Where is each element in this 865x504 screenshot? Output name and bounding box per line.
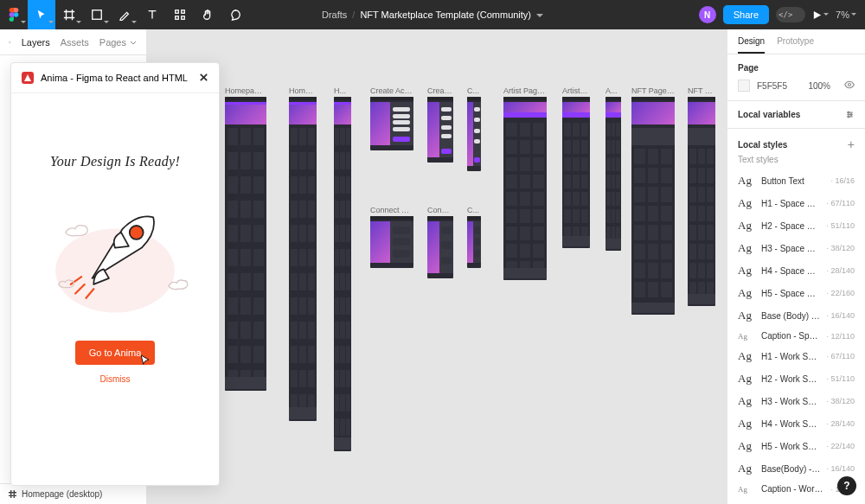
share-button[interactable]: Share — [723, 5, 769, 24]
frame-label[interactable]: Create Accou... — [370, 86, 413, 95]
frame-label[interactable]: NFT Page (De... — [631, 86, 675, 95]
color-swatch[interactable] — [738, 80, 750, 92]
text-style-item[interactable]: AgBody Text- Work Sans · 22/160 — [738, 498, 855, 504]
frame-ca1[interactable]: Create Accou... — [370, 86, 413, 150]
frame-label[interactable]: Artist Pa... — [562, 86, 590, 95]
visibility-icon[interactable] — [844, 80, 855, 92]
text-style-item[interactable]: AgH3 - Space Mono · 38/120 — [738, 237, 855, 259]
shape-tool-button[interactable] — [83, 0, 111, 29]
text-style-meta: · 67/110 — [826, 352, 855, 360]
frame-label[interactable]: C... — [467, 86, 481, 95]
ag-preview-icon: Ag — [738, 286, 755, 300]
frame-ap2[interactable]: Artist Pa... — [562, 86, 590, 248]
text-style-item[interactable]: AgH4 - Space Mono · 28/140 — [738, 259, 855, 282]
go-to-anima-button[interactable]: Go to Anima — [75, 341, 156, 365]
present-button[interactable] — [812, 10, 829, 20]
text-style-item[interactable]: AgH5 - Work Sans · 22/140 — [738, 435, 855, 457]
dismiss-button[interactable]: Dismiss — [95, 373, 136, 385]
file-menu-chevron-icon[interactable] — [536, 12, 543, 19]
text-tool-button[interactable] — [138, 0, 166, 29]
canvas[interactable]: Homepage (d...Homepag...H...Create Accou… — [147, 29, 727, 504]
svg-point-6 — [9, 41, 10, 42]
frame-label[interactable]: C... — [467, 206, 481, 214]
frame-ap1[interactable]: Artist Page (D... — [503, 86, 547, 280]
breadcrumb-root[interactable]: Drafts — [322, 10, 347, 20]
frame-tool-button[interactable] — [55, 0, 83, 29]
text-style-name: H5 - Space Mono — [761, 289, 820, 298]
selected-frame-footer[interactable]: Homepage (desktop) — [0, 483, 146, 504]
frame-np2[interactable]: NFT Pa... — [688, 86, 715, 306]
text-style-item[interactable]: AgCaption - Space Mono · 12/110 — [738, 327, 855, 345]
text-style-name: H5 - Work Sans — [761, 442, 820, 451]
resources-button[interactable] — [166, 0, 194, 29]
text-style-name: H4 - Space Mono — [761, 266, 820, 276]
dev-mode-toggle[interactable]: </> — [776, 7, 805, 22]
frame-ap3[interactable]: A... — [606, 86, 621, 251]
frame-cw3[interactable]: C... — [467, 206, 481, 268]
frame-label[interactable]: Homepag... — [289, 86, 317, 95]
text-style-item[interactable]: AgBase(Body) - Work Sans · 16/140 — [738, 457, 855, 480]
text-style-meta: · 38/120 — [826, 397, 855, 405]
text-style-item[interactable]: AgH4 - Work Sans · 28/140 — [738, 412, 855, 435]
frame-hp1[interactable]: Homepage (d... — [225, 86, 266, 391]
text-style-name: H4 - Work Sans — [761, 419, 820, 429]
frame-hp2[interactable]: Homepag... — [289, 86, 317, 421]
frame-hp3[interactable]: H... — [334, 86, 351, 451]
settings-icon[interactable] — [845, 110, 855, 119]
help-button[interactable]: ? — [837, 476, 856, 495]
frame-cw1[interactable]: Connect Walle... — [370, 206, 413, 268]
breadcrumb-file-title[interactable]: NFT Marketplace Template (Community) — [360, 10, 531, 20]
page-color-row[interactable]: F5F5F5 100% — [738, 80, 855, 92]
svg-rect-2 — [176, 10, 179, 14]
ag-preview-icon: Ag — [738, 417, 755, 431]
frame-cw2[interactable]: Connect... — [427, 206, 453, 278]
move-tool-button[interactable] — [28, 0, 55, 29]
frame-ca2[interactable]: Create... — [427, 86, 453, 163]
search-icon[interactable] — [9, 38, 11, 47]
local-styles-section: Local styles + Text styles AgButton Text… — [727, 129, 865, 504]
anima-logo-icon — [22, 72, 34, 84]
text-style-item[interactable]: AgBase (Body) - Space Mo... · 16/140 — [738, 304, 855, 327]
tab-layers[interactable]: Layers — [22, 37, 50, 48]
text-style-name: Button Text — [761, 176, 824, 186]
frame-ca3[interactable]: C... — [467, 86, 481, 171]
modal-close-button[interactable] — [199, 73, 208, 84]
text-style-item[interactable]: AgH5 - Space Mono · 22/160 — [738, 282, 855, 304]
text-style-item[interactable]: AgH2 - Space Mono · 51/110 — [738, 214, 855, 237]
frame-label[interactable]: Connect Walle... — [370, 206, 413, 214]
add-style-button[interactable]: + — [848, 137, 855, 151]
text-style-item[interactable]: AgH3 - Work Sans · 38/120 — [738, 390, 855, 412]
page-section: Page F5F5F5 100% — [727, 54, 865, 101]
frame-label[interactable]: Artist Page (D... — [503, 86, 547, 95]
frame-label[interactable]: NFT Pa... — [688, 86, 715, 95]
text-style-item[interactable]: AgH1 - Work Sans · 67/110 — [738, 345, 855, 367]
breadcrumb: Drafts / NFT Marketplace Template (Commu… — [322, 10, 543, 20]
pen-tool-button[interactable] — [111, 0, 138, 29]
frame-label[interactable]: Connect... — [427, 206, 453, 214]
text-style-meta: · 28/140 — [826, 419, 855, 428]
text-style-item[interactable]: AgH1 - Space Mono · 67/110 — [738, 192, 855, 214]
zoom-dropdown[interactable]: 7% — [836, 10, 856, 20]
modal-header: Anima - Figma to React and HTML — [11, 63, 219, 93]
svg-rect-4 — [176, 16, 179, 20]
text-style-item[interactable]: AgButton Text · 16/16 — [738, 169, 855, 192]
user-avatar[interactable]: N — [699, 6, 716, 23]
tab-prototype[interactable]: Prototype — [777, 36, 814, 54]
anima-modal: Anima - Figma to React and HTML Your Des… — [10, 62, 220, 486]
frame-label[interactable]: A... — [606, 86, 621, 95]
text-style-name: H2 - Work Sans — [761, 374, 820, 384]
frame-label[interactable]: H... — [334, 86, 351, 95]
comment-tool-button[interactable] — [221, 0, 249, 29]
main-menu-button[interactable] — [0, 0, 28, 29]
frame-label[interactable]: Homepage (d... — [225, 86, 266, 95]
tab-assets[interactable]: Assets — [61, 37, 89, 48]
hand-tool-button[interactable] — [194, 0, 221, 29]
tab-design[interactable]: Design — [738, 36, 765, 54]
frame-np1[interactable]: NFT Page (De... — [631, 86, 675, 315]
pages-dropdown[interactable]: Pages — [99, 37, 138, 48]
text-style-meta: · 28/140 — [826, 266, 855, 275]
text-style-item[interactable]: AgH2 - Work Sans · 51/110 — [738, 367, 855, 390]
ag-preview-icon: Ag — [738, 349, 755, 363]
local-variables-section: Local variables — [727, 101, 865, 129]
frame-label[interactable]: Create... — [427, 86, 453, 95]
